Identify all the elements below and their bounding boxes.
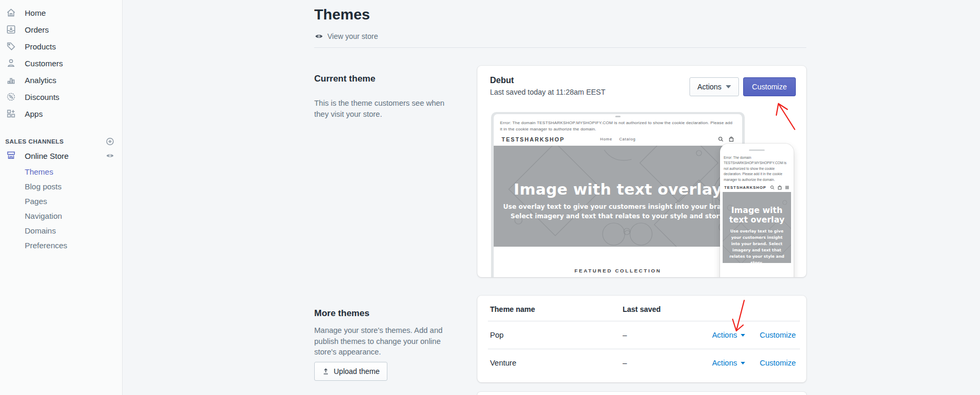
current-theme-heading: Current theme — [314, 74, 375, 84]
next-card-partial — [477, 392, 806, 395]
current-theme-last-saved: Last saved today at 11:28am EEST — [490, 88, 605, 96]
column-theme-name: Theme name — [490, 305, 623, 313]
featured-collection-heading: FEATURED COLLECTION — [494, 247, 742, 274]
cart-icon — [728, 136, 734, 142]
row-customize-link[interactable]: Customize — [760, 359, 796, 367]
products-icon — [6, 41, 16, 52]
current-theme-card: Debut Last saved today at 11:28am EEST A… — [477, 66, 806, 277]
phone-speaker — [749, 149, 765, 151]
sidebar-item-online-store[interactable]: Online Store — [0, 147, 122, 164]
more-themes-heading: More themes — [314, 308, 369, 319]
analytics-icon — [6, 75, 16, 85]
view-store-link[interactable]: View your store — [314, 32, 378, 41]
more-themes-card: Theme name Last saved Pop – Actions Cust… — [477, 296, 806, 382]
plus-circle-icon — [105, 137, 115, 146]
store-name-mobile: TESTSHARKSHOP — [724, 185, 766, 190]
sidebar-item-preferences[interactable]: Preferences — [0, 238, 122, 252]
sidebar-item-customers[interactable]: Customers — [0, 55, 122, 72]
mobile-preview: Error: The domain TESTSHARKSHOP.MYSHOPIF… — [720, 144, 794, 277]
theme-name-cell: Pop — [490, 331, 623, 339]
hero-subtitle: Use overlay text to give your customers … — [502, 202, 734, 221]
sidebar-item-pages[interactable]: Pages — [0, 194, 122, 208]
caret-down-icon — [741, 334, 745, 337]
column-last-saved: Last saved — [623, 305, 796, 313]
sidebar-item-label: Products — [25, 42, 56, 51]
store-nav-catalog: Catalog — [619, 137, 635, 141]
themes-table-header: Theme name Last saved — [477, 296, 806, 321]
customize-button-label: Customize — [752, 83, 787, 91]
page-title: Themes — [314, 6, 370, 23]
eye-icon — [105, 151, 115, 160]
sidebar-item-themes[interactable]: Themes — [0, 164, 122, 179]
sub-item-label: Blog posts — [25, 182, 62, 191]
view-store-label: View your store — [327, 32, 378, 40]
sidebar: Home Orders Products Customers — [0, 0, 123, 395]
home-icon — [6, 7, 16, 18]
caret-down-icon — [726, 85, 731, 88]
online-store-label: Online Store — [25, 151, 97, 160]
sidebar-item-discounts[interactable]: Discounts — [0, 88, 122, 105]
sidebar-item-orders[interactable]: Orders — [0, 21, 122, 38]
sidebar-item-label: Discounts — [25, 93, 59, 102]
sidebar-item-blog-posts[interactable]: Blog posts — [0, 179, 122, 194]
sidebar-item-home[interactable]: Home — [0, 4, 122, 21]
sub-item-label: Pages — [25, 197, 47, 206]
sub-item-label: Themes — [25, 167, 53, 176]
row-actions-label: Actions — [712, 359, 737, 367]
discounts-icon — [6, 92, 16, 102]
sidebar-item-label: Analytics — [25, 76, 56, 85]
customers-icon — [6, 58, 16, 68]
row-actions-link[interactable]: Actions — [712, 331, 745, 339]
last-saved-cell: – — [623, 359, 712, 367]
upload-icon — [322, 368, 329, 375]
search-icon — [718, 136, 724, 142]
online-store-icon — [6, 150, 16, 162]
sales-channels-header: SALES CHANNELS — [0, 136, 122, 147]
add-sales-channel-button[interactable] — [105, 137, 115, 146]
sidebar-item-analytics[interactable]: Analytics — [0, 72, 122, 88]
current-theme-description: This is the theme customers see when the… — [314, 98, 450, 119]
actions-button-label: Actions — [697, 83, 722, 91]
cookie-error-text: Error: The domain TESTSHARKSHOP.MYSHOPIF… — [494, 118, 742, 134]
theme-preview-thumbnail: Error: The domain TESTSHARKSHOP.MYSHOPIF… — [477, 112, 806, 277]
caret-down-icon — [741, 362, 745, 364]
hero-subtitle-mobile: Use overlay text to give your customers … — [727, 228, 786, 263]
header-divider — [314, 47, 806, 48]
current-theme-name: Debut — [490, 76, 605, 85]
last-saved-cell: – — [623, 331, 712, 339]
cookie-error-text-mobile: Error: The domain TESTSHARKSHOP.MYSHOPIF… — [720, 155, 794, 184]
customize-button[interactable]: Customize — [743, 77, 796, 96]
sub-item-label: Domains — [25, 226, 56, 235]
desktop-preview: Error: The domain TESTSHARKSHOP.MYSHOPIF… — [491, 112, 745, 277]
upload-theme-button-label: Upload theme — [334, 367, 379, 376]
sidebar-item-label: Customers — [25, 59, 63, 68]
row-actions-label: Actions — [712, 331, 737, 339]
cart-icon — [777, 185, 782, 190]
hero-title: Image with text overlay — [494, 180, 742, 198]
sidebar-item-products[interactable]: Products — [0, 38, 122, 55]
sub-item-label: Navigation — [25, 211, 62, 220]
sidebar-item-label: Orders — [25, 25, 49, 34]
browser-dot — [615, 116, 621, 117]
sidebar-item-apps[interactable]: Apps — [0, 105, 122, 122]
online-store-visibility-button[interactable] — [105, 151, 115, 160]
sidebar-item-navigation[interactable]: Navigation — [0, 208, 122, 223]
upload-theme-button[interactable]: Upload theme — [314, 362, 387, 381]
table-row-venture: Venture – Actions Customize — [477, 349, 806, 377]
menu-icon — [785, 185, 789, 190]
sidebar-item-domains[interactable]: Domains — [0, 223, 122, 238]
sub-item-label: Preferences — [25, 241, 67, 250]
themes-admin-page: Home Orders Products Customers — [0, 0, 980, 395]
sidebar-item-label: Apps — [25, 109, 43, 118]
sidebar-item-label: Home — [25, 8, 46, 17]
apps-icon — [6, 108, 16, 119]
more-themes-description: Manage your store's themes. Add and publ… — [314, 325, 450, 358]
theme-name-cell: Venture — [490, 359, 623, 367]
current-theme-info: Debut Last saved today at 11:28am EEST — [490, 76, 605, 96]
orders-icon — [6, 24, 16, 35]
row-customize-link[interactable]: Customize — [760, 331, 796, 339]
row-actions-link[interactable]: Actions — [712, 359, 745, 367]
hero-title-mobile: Image with text overlay — [725, 206, 789, 225]
actions-button[interactable]: Actions — [689, 77, 739, 96]
store-name: TESTSHARKSHOP — [502, 136, 600, 143]
